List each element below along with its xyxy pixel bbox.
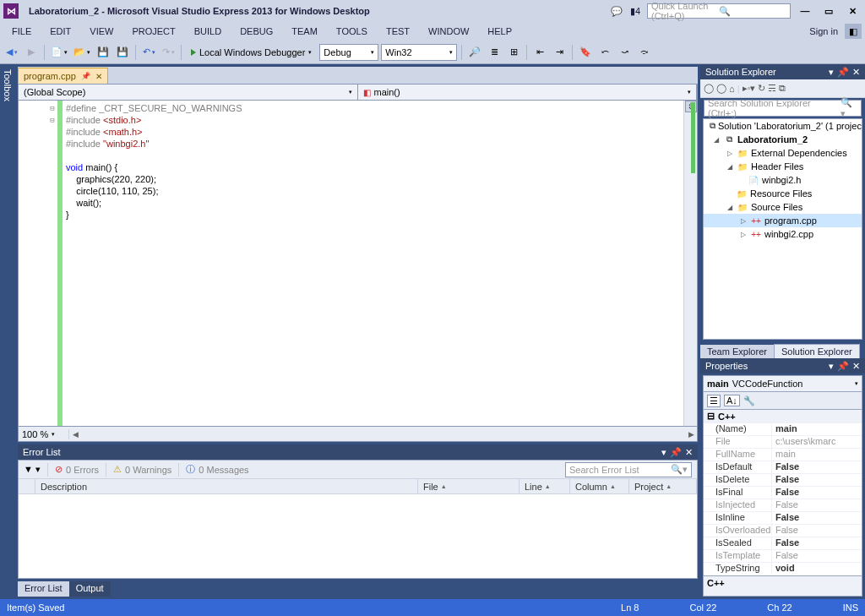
outline-column[interactable]: ⊟ ⊟ — [47, 101, 57, 426]
error-search-input[interactable]: Search Error List 🔍▾ — [565, 462, 692, 477]
close-icon[interactable]: ✕ — [852, 361, 860, 372]
horizontal-scrollbar[interactable]: ◀▶ — [69, 428, 697, 440]
close-icon[interactable]: ✕ — [685, 447, 693, 458]
back-icon[interactable]: ◯ — [704, 83, 714, 94]
tree-header-files[interactable]: ◢📁Header Files — [704, 160, 862, 173]
close-icon[interactable]: ✕ — [852, 67, 860, 78]
sync-icon[interactable]: ▸◦▾ — [743, 83, 756, 94]
filter-icon[interactable]: ▼ ▾ — [24, 464, 41, 475]
property-row[interactable]: IsOverloadedFalse — [704, 524, 862, 537]
bookmark-prev-icon[interactable]: ⤺ — [596, 44, 613, 61]
menu-file[interactable]: FILE — [3, 24, 40, 39]
col-project[interactable]: Project▲ — [629, 479, 697, 493]
solution-explorer-header[interactable]: Solution Explorer ▾📌✕ — [700, 64, 865, 79]
col-description[interactable]: Description — [35, 479, 418, 493]
config-combo[interactable]: Debug — [319, 44, 378, 61]
pin-icon[interactable]: 📌 — [81, 72, 90, 80]
menu-help[interactable]: HELP — [479, 24, 520, 39]
property-row[interactable]: TypeStringvoid — [704, 562, 862, 575]
nav-back-button[interactable]: ◀ — [3, 44, 20, 61]
dropdown-icon[interactable]: ▾ — [829, 67, 834, 78]
pin-icon[interactable]: 📌 — [837, 67, 849, 78]
menu-team[interactable]: TEAM — [283, 24, 326, 39]
categorized-icon[interactable]: ☰ — [707, 395, 721, 407]
feedback-icon[interactable]: 💬 — [610, 4, 623, 18]
tree-winbgi2-cpp[interactable]: ▷++winbgi2.cpp — [704, 227, 862, 241]
tab-error-list[interactable]: Error List — [18, 581, 69, 597]
code-editor[interactable]: ⊟ ⊟ #define _CRT_SECURE_NO_WARNINGS #inc… — [18, 101, 698, 427]
solution-tree[interactable]: ⧉Solution 'Laboratorium_2' (1 project) ◢… — [703, 118, 862, 340]
bookmark-clear-icon[interactable]: ⤼ — [635, 44, 652, 61]
property-row[interactable]: Filec:\users\kmarc — [704, 435, 862, 448]
tab-output[interactable]: Output — [69, 581, 111, 597]
find-in-files-icon[interactable]: 🔎 — [466, 44, 483, 61]
tree-winbgi2-h[interactable]: 📄winbgi2.h — [704, 173, 862, 187]
property-pages-icon[interactable]: 🔧 — [743, 395, 755, 406]
minimize-button[interactable]: — — [796, 3, 814, 19]
property-row[interactable]: IsSealedFalse — [704, 537, 862, 549]
properties-grid[interactable]: ⊟C++ (Name)mainFilec:\users\kmarcFullNam… — [703, 409, 862, 576]
properties-icon[interactable]: ⧉ — [779, 83, 786, 94]
tree-project[interactable]: ◢⧉Laboratorium_2 — [704, 133, 862, 146]
pin-icon[interactable]: 📌 — [670, 447, 682, 458]
messages-filter[interactable]: ⓘ0 Messages — [186, 463, 248, 476]
outdent-icon[interactable]: ⇤ — [531, 44, 548, 61]
errors-filter[interactable]: ⊘0 Errors — [55, 464, 99, 475]
comment-lines-icon[interactable]: ≣ — [486, 44, 503, 61]
save-all-button[interactable]: 💾 — [114, 44, 131, 61]
open-file-button[interactable]: 📂 — [72, 44, 92, 61]
refresh-icon[interactable]: ↻ — [758, 83, 765, 94]
menu-project[interactable]: PROJECT — [123, 24, 183, 39]
prop-category[interactable]: ⊟C++ — [704, 410, 862, 422]
menu-debug[interactable]: DEBUG — [231, 24, 281, 39]
save-button[interactable]: 💾 — [95, 44, 112, 61]
menu-build[interactable]: BUILD — [186, 24, 230, 39]
properties-header[interactable]: Properties ▾📌✕ — [700, 358, 865, 373]
tab-team-explorer[interactable]: Team Explorer — [700, 345, 774, 358]
col-icon[interactable] — [19, 479, 35, 493]
tree-source-files[interactable]: ◢📁Source Files — [704, 200, 862, 214]
error-list-header[interactable]: Error List ▾📌✕ — [18, 444, 698, 460]
property-row[interactable]: FullNamemain — [704, 448, 862, 461]
user-icon[interactable]: ◧ — [845, 24, 862, 39]
col-column[interactable]: Column▲ — [570, 479, 629, 493]
notifications-icon[interactable]: ▮4 — [628, 4, 642, 18]
col-file[interactable]: File▲ — [418, 479, 520, 493]
menu-window[interactable]: WINDOW — [420, 24, 477, 39]
alphabetical-icon[interactable]: A↓ — [724, 395, 740, 406]
tree-solution[interactable]: ⧉Solution 'Laboratorium_2' (1 project) — [704, 119, 862, 133]
undo-button[interactable]: ↶ — [140, 44, 157, 61]
pin-icon[interactable]: 📌 — [837, 361, 849, 372]
member-combo[interactable]: ◧main() — [358, 84, 698, 100]
close-tab-icon[interactable]: ✕ — [95, 72, 102, 81]
warnings-filter[interactable]: ⚠0 Warnings — [113, 464, 171, 475]
dropdown-icon[interactable]: ▾ — [829, 361, 834, 372]
fwd-icon[interactable]: ◯ — [716, 83, 726, 94]
col-line[interactable]: Line▲ — [520, 479, 570, 493]
redo-button[interactable]: ↷ — [160, 44, 177, 61]
property-row[interactable]: IsTemplateFalse — [704, 549, 862, 562]
zoom-combo[interactable]: 100 % — [19, 429, 69, 439]
start-debug-button[interactable]: Local Windows Debugger ▾ — [186, 44, 317, 61]
code-content[interactable]: #define _CRT_SECURE_NO_WARNINGS #include… — [63, 101, 683, 426]
indent-icon[interactable]: ⇥ — [551, 44, 568, 61]
dropdown-icon[interactable]: ▾ — [661, 447, 666, 458]
solution-search-input[interactable]: Search Solution Explorer (Ctrl+;) 🔍▾ — [704, 100, 862, 117]
home-icon[interactable]: ⌂ — [729, 84, 735, 94]
property-row[interactable]: IsDefaultFalse — [704, 461, 862, 473]
property-row[interactable]: IsInlineFalse — [704, 511, 862, 524]
property-row[interactable]: IsDeleteFalse — [704, 473, 862, 486]
properties-object-combo[interactable]: mainVCCodeFunction▾ — [703, 375, 862, 392]
toolbox-icon[interactable]: ⊞ — [505, 44, 522, 61]
toolbox-rail[interactable]: Toolbox — [0, 64, 15, 599]
tree-program-cpp[interactable]: ▷++program.cpp — [704, 214, 862, 227]
menu-edit[interactable]: EDIT — [41, 24, 79, 39]
bookmark-icon[interactable]: 🔖 — [577, 44, 594, 61]
close-button[interactable]: ✕ — [843, 3, 862, 19]
restore-button[interactable]: ▭ — [819, 3, 838, 19]
showall-icon[interactable]: ☴ — [768, 83, 776, 94]
property-row[interactable]: IsFinalFalse — [704, 486, 862, 499]
sign-in-link[interactable]: Sign in — [809, 26, 838, 36]
tab-solution-explorer[interactable]: Solution Explorer — [774, 344, 860, 358]
new-project-button[interactable]: 📄 — [49, 44, 69, 61]
